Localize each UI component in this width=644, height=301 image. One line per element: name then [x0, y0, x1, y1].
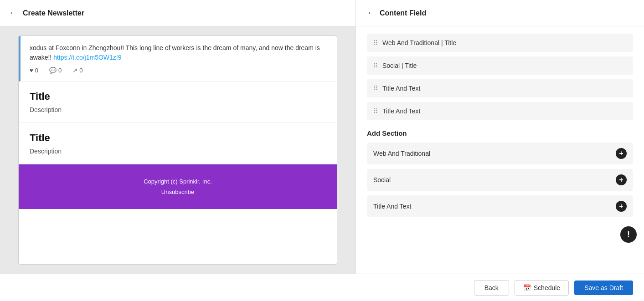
add-section-btn-1[interactable]: + [616, 174, 627, 185]
add-section-btn-2[interactable]: + [616, 201, 627, 212]
add-section-btn-0[interactable]: + [616, 148, 627, 159]
add-section-label-1: Social [373, 176, 391, 184]
content-section-2: Title Description [19, 123, 337, 164]
right-panel-title: Content Field [380, 9, 426, 17]
calendar-icon: 📅 [523, 284, 531, 291]
share-icon: ↗ [72, 67, 77, 74]
tweet-link[interactable]: https://t.co/j1m5OW1zI9 [53, 54, 121, 61]
field-label-0: Web And Traditional | Title [382, 39, 456, 46]
section-desc-2: Description [30, 148, 326, 155]
tweet-actions: ♥ 0 💬 0 ↗ 0 [30, 67, 328, 74]
field-label-2: Title And Text [382, 85, 420, 92]
field-item-2[interactable]: ⠿ Title And Text [367, 79, 633, 97]
left-panel: ← Create Newsletter xodus at Foxconn in … [0, 0, 355, 274]
add-section-label-2: Title And Text [373, 203, 411, 210]
info-button[interactable]: ! [620, 226, 637, 243]
add-section-item-0[interactable]: Web And Traditional + [367, 143, 633, 164]
newsletter-footer: Copyright (c) Sprinklr, Inc. Unsubscribe [19, 164, 337, 209]
drag-icon-2: ⠿ [373, 85, 378, 92]
field-item-1[interactable]: ⠿ Social | Title [367, 56, 633, 75]
tweet-section: xodus at Foxconn in Zhengzhou!! This lon… [19, 36, 337, 82]
bottom-bar: Back 📅 Schedule Save as Draft [0, 274, 644, 301]
back-button[interactable]: Back [474, 280, 509, 296]
newsletter-preview-area: xodus at Foxconn in Zhengzhou!! This lon… [0, 26, 355, 274]
field-label-3: Title And Text [382, 107, 420, 115]
section-title-2: Title [30, 132, 326, 144]
section-title-1: Title [30, 91, 326, 102]
schedule-button[interactable]: 📅 Schedule [515, 280, 569, 296]
drag-icon-3: ⠿ [373, 107, 378, 115]
add-section-heading: Add Section [367, 129, 633, 137]
right-panel-wrapper: ← Content Field ⠿ Web And Traditional | … [355, 0, 644, 274]
page-title: Create Newsletter [23, 9, 84, 17]
add-section-item-1[interactable]: Social + [367, 169, 633, 191]
right-content: ⠿ Web And Traditional | Title ⠿ Social |… [356, 26, 644, 274]
footer-copyright: Copyright (c) Sprinklr, Inc. [28, 178, 328, 185]
drag-icon-1: ⠿ [373, 62, 378, 69]
add-section-item-2[interactable]: Title And Text + [367, 195, 633, 217]
field-label-1: Social | Title [382, 62, 417, 69]
tweet-comments: 💬 0 [49, 67, 62, 74]
drag-icon-0: ⠿ [373, 39, 378, 46]
newsletter-preview: xodus at Foxconn in Zhengzhou!! This lon… [18, 36, 337, 265]
comment-icon: 💬 [49, 67, 57, 74]
content-section-1: Title Description [19, 82, 337, 123]
left-back-icon[interactable]: ← [9, 8, 17, 18]
field-item-3[interactable]: ⠿ Title And Text [367, 102, 633, 120]
field-item-0[interactable]: ⠿ Web And Traditional | Title [367, 34, 633, 52]
right-back-icon[interactable]: ← [367, 8, 375, 18]
left-header: ← Create Newsletter [0, 0, 355, 26]
heart-icon: ♥ [30, 67, 33, 74]
right-panel: ← Content Field ⠿ Web And Traditional | … [355, 0, 644, 274]
right-header: ← Content Field [356, 0, 644, 26]
section-desc-1: Description [30, 106, 326, 113]
add-section-label-0: Web And Traditional [373, 150, 430, 157]
save-as-draft-button[interactable]: Save as Draft [574, 281, 633, 295]
tweet-shares: ↗ 0 [72, 67, 82, 74]
footer-unsubscribe[interactable]: Unsubscribe [28, 189, 328, 195]
tweet-likes: ♥ 0 [30, 67, 38, 74]
tweet-text: xodus at Foxconn in Zhengzhou!! This lon… [30, 43, 328, 62]
